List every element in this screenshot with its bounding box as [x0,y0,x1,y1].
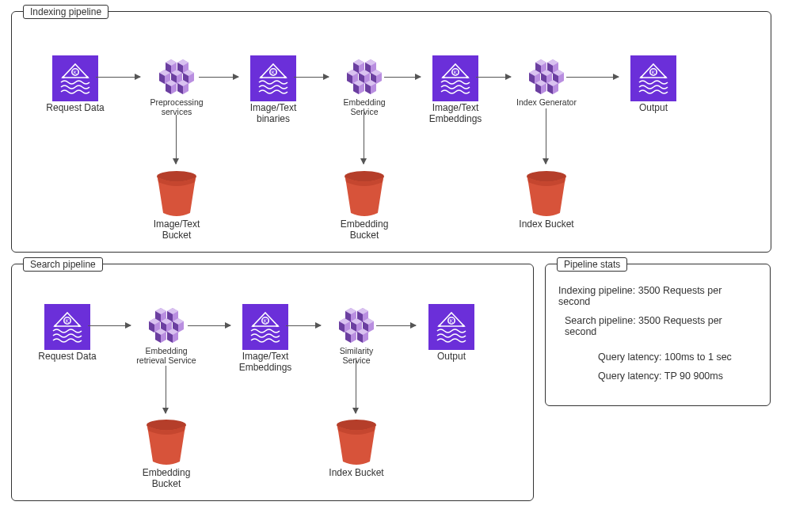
label: Request Data [46,103,104,114]
bucket-icon [144,419,188,466]
service-cluster-icon [523,59,570,96]
search-embedding-retrieval-service: Embedding retrieval Service [135,308,198,365]
stats-latency-tp90: Query latency: TP 90 900ms [558,370,759,382]
indexing-binaries: Image/Text binaries [242,55,305,125]
service-cluster-icon [153,59,200,96]
label: Embedding retrieval Service [135,346,198,365]
search-output: Output [420,304,483,363]
bucket-icon [342,170,386,218]
indexing-title: Indexing pipeline [23,5,109,19]
bucket-icon [524,170,569,218]
arrow-icon [88,325,131,326]
arrow-icon [96,77,140,78]
label: Embedding Bucket [135,468,198,490]
pipeline-stats-panel: Pipeline stats Indexing pipeline: 3500 R… [545,264,771,406]
stats-title: Pipeline stats [557,257,627,272]
indexing-index-bucket: Index Bucket [515,170,578,230]
kinesis-icon [432,55,478,101]
service-cluster-icon [333,308,380,344]
search-title: Search pipeline [23,257,103,272]
kinesis-icon [250,55,296,101]
label: Embedding Bucket [333,219,396,241]
indexing-embedding-service: Embedding Service [333,59,396,116]
label: Preprocessing services [145,97,208,116]
arrow-icon [294,77,329,78]
arrow-icon [286,325,321,326]
service-cluster-icon [143,308,190,344]
search-similarity-service: Similarity Service [325,308,388,365]
label: Index Bucket [329,468,383,479]
arrow-icon [546,108,546,164]
arrow-icon [166,366,166,413]
label: Output [437,352,466,363]
stats-indexing-rps: Indexing pipeline: 3500 Requests per sec… [558,285,759,307]
indexing-pipeline-panel: Indexing pipeline Request Data Preproces… [11,11,771,253]
indexing-embeddings: Image/Text Embeddings [424,55,487,125]
label: Embedding Service [333,97,396,116]
arrow-icon [566,77,619,78]
label: Output [639,103,668,114]
kinesis-icon [630,55,676,101]
arrow-icon [376,325,416,326]
indexing-embedding-bucket: Embedding Bucket [333,170,396,241]
label: Request Data [38,352,96,363]
label: Image/Text Bucket [145,219,208,241]
arrow-icon [176,115,177,164]
indexing-request-data: Request Data [44,55,107,114]
indexing-preprocessing-service: Preprocessing services [145,59,208,116]
arrow-icon [476,77,511,78]
arrow-icon [364,108,364,164]
arrow-icon [188,325,230,326]
arrow-icon [356,358,356,413]
bucket-icon [334,419,379,466]
arrow-icon [199,77,238,78]
indexing-output: Output [622,55,685,114]
service-cluster-icon [341,59,388,96]
indexing-index-generator: Index Generator [515,59,578,107]
kinesis-icon [242,304,288,350]
label: Similarity Service [325,346,388,365]
label: Image/Text Embeddings [234,352,297,374]
bucket-icon [154,170,199,218]
label: Index Generator [516,97,577,107]
kinesis-icon [428,304,474,350]
indexing-image-text-bucket: Image/Text Bucket [145,170,208,241]
search-request-data: Request Data [36,304,99,363]
label: Image/Text Embeddings [424,103,487,125]
stats-search-rps: Search pipeline: 3500 Requests per secon… [558,315,759,337]
search-index-bucket: Index Bucket [325,419,388,479]
search-embeddings: Image/Text Embeddings [234,304,297,374]
kinesis-icon [44,304,90,350]
label: Image/Text binaries [242,103,305,125]
arrow-icon [384,77,421,78]
kinesis-icon [52,55,98,101]
stats-latency-range: Query latency: 100ms to 1 sec [558,352,759,363]
label: Index Bucket [519,219,573,230]
search-embedding-bucket: Embedding Bucket [135,419,198,490]
search-pipeline-panel: Search pipeline Request Data Embedding r… [11,264,534,501]
